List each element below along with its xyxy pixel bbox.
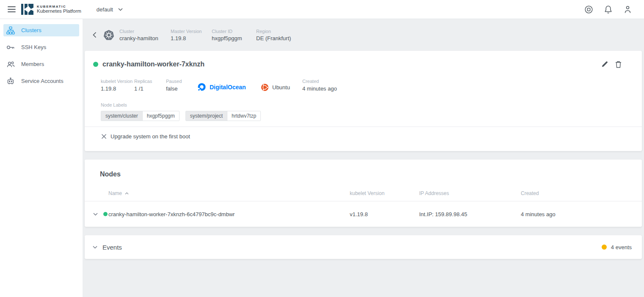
chip-key: system/project <box>186 111 227 121</box>
field-label: kubelet Version <box>101 79 134 84</box>
node-label-chip: system/project hrtdwv7tzp <box>185 111 261 121</box>
chevron-down-icon <box>118 8 123 11</box>
chevron-down-icon <box>93 246 97 249</box>
chevron-down-icon[interactable] <box>93 213 98 216</box>
field-value: DE (Frankfurt) <box>256 35 291 41</box>
os-block: Ubuntu <box>261 83 302 92</box>
paused-field: Paused false <box>166 79 197 92</box>
column-header-kubelet: kubelet Version <box>350 190 419 196</box>
column-header-ip: IP Addresses <box>419 190 521 196</box>
back-button[interactable] <box>93 32 99 38</box>
status-dot-green <box>93 62 98 67</box>
field-label: Master Version <box>171 29 212 34</box>
node-labels-label: Node Labels <box>101 102 127 107</box>
chip-value: hrtdwv7tzp <box>227 111 260 121</box>
kubermatic-logo-icon <box>21 3 34 15</box>
machine-deployment-details: kubelet Version 1.19.8 Replicas 1 /1 Pau… <box>85 79 642 92</box>
topbar: KUBERMATIC Kubernetes Platform default <box>0 0 644 19</box>
delete-button[interactable] <box>615 61 622 68</box>
chip-key: system/cluster <box>101 111 142 121</box>
events-count: 4 events <box>611 244 632 250</box>
events-badge: 4 events <box>602 244 632 250</box>
project-selector[interactable]: default <box>97 6 123 13</box>
upgrade-note-text: Upgrade system on the first boot <box>111 133 190 140</box>
key-icon <box>6 43 15 52</box>
brand-subtitle: Kubernetes Platform <box>37 8 81 14</box>
nodes-table-header: Name kubelet Version IP Addresses Create… <box>85 186 642 201</box>
provider-block: DigitalOcean <box>197 82 261 92</box>
help-button[interactable] <box>584 5 593 14</box>
field-label: Cluster <box>119 29 171 34</box>
replicas-field: Replicas 1 /1 <box>134 79 166 92</box>
cluster-id-field: Cluster ID hxgpf5pggm <box>212 29 256 41</box>
sidebar-item-service-accounts[interactable]: Service Accounts <box>3 75 79 87</box>
members-icon <box>6 60 15 69</box>
events-card: Events 4 events <box>85 235 642 259</box>
robot-icon <box>6 77 15 85</box>
events-header-row[interactable]: Events 4 events <box>85 235 642 259</box>
region-field: Region DE (Frankfurt) <box>256 29 291 41</box>
machine-deployment-name: cranky-hamilton-worker-7xknzh <box>102 60 205 68</box>
node-name: cranky-hamilton-worker-7xknzh-6c4797bc9c… <box>108 211 350 217</box>
user-menu-button[interactable] <box>623 5 632 14</box>
sort-asc-icon <box>125 192 129 195</box>
node-labels-chips: system/cluster hxgpf5pggm system/project… <box>101 111 642 121</box>
delete-icon <box>615 61 622 68</box>
topbar-actions <box>584 5 632 14</box>
notifications-button[interactable] <box>603 5 613 14</box>
cluster-header: Cluster cranky-hamilton Master Version 1… <box>83 19 644 51</box>
field-label: Created <box>302 79 337 84</box>
sidebar-item-ssh-keys[interactable]: SSH Keys <box>3 41 79 53</box>
brand-name: KUBERMATIC <box>37 5 81 8</box>
sidebar-item-members[interactable]: Members <box>3 58 79 70</box>
close-icon <box>101 134 107 139</box>
edit-button[interactable] <box>601 61 608 68</box>
user-icon <box>624 5 632 14</box>
column-header-created: Created <box>521 190 642 196</box>
node-created: 4 minutes ago <box>521 211 642 217</box>
sidebar-item-clusters[interactable]: Clusters <box>3 24 79 36</box>
status-dot-amber <box>602 245 607 250</box>
field-value: hxgpf5pggm <box>212 35 256 41</box>
field-label: Replicas <box>134 79 166 84</box>
field-label: Cluster ID <box>212 29 256 34</box>
node-label-chip: system/cluster hxgpf5pggm <box>101 111 180 121</box>
field-value: 1.19.8 <box>171 35 212 41</box>
node-labels-section: Node Labels system/cluster hxgpf5pggm sy… <box>85 102 642 121</box>
field-value: 4 minutes ago <box>302 85 337 92</box>
field-value: 1.19.8 <box>101 85 134 92</box>
back-icon <box>93 32 99 38</box>
hamburger-icon <box>8 6 16 13</box>
menu-button[interactable] <box>8 6 16 13</box>
main-content: Cluster cranky-hamilton Master Version 1… <box>83 0 644 259</box>
node-row[interactable]: cranky-hamilton-worker-7xknzh-6c4797bc9c… <box>85 201 642 227</box>
machine-deployment-header: cranky-hamilton-worker-7xknzh <box>85 51 642 68</box>
field-value: 1 /1 <box>134 85 166 92</box>
clusters-icon <box>6 26 15 35</box>
kubelet-version-field: kubelet Version 1.19.8 <box>101 79 134 92</box>
nodes-card: Nodes Name kubelet Version IP Addresses … <box>85 160 642 227</box>
machine-deployment-card: cranky-hamilton-worker-7xknzh kubelet Ve… <box>85 51 642 151</box>
kubernetes-icon <box>103 30 114 41</box>
sidebar-item-label: Clusters <box>21 27 41 33</box>
node-ip-addresses: Int.IP: 159.89.98.45 <box>419 211 521 217</box>
sidebar-item-label: Members <box>21 61 44 67</box>
help-icon <box>584 5 593 14</box>
machine-deployment-actions <box>601 61 622 68</box>
node-kubelet-version: v1.19.8 <box>350 211 419 217</box>
events-title: Events <box>102 244 122 251</box>
status-dot-green <box>103 212 108 216</box>
field-label: Paused <box>166 79 197 84</box>
upgrade-note-row: Upgrade system on the first boot <box>85 127 642 151</box>
sidebar: Clusters SSH Keys Members Service Accoun… <box>0 19 83 297</box>
digitalocean-icon <box>197 82 206 91</box>
ubuntu-icon <box>261 83 269 91</box>
os-label: Ubuntu <box>272 84 290 91</box>
column-header-name[interactable]: Name <box>108 190 350 196</box>
field-value: false <box>166 85 197 92</box>
notifications-icon <box>604 5 612 14</box>
project-selector-value: default <box>97 6 113 13</box>
brand-logo[interactable]: KUBERMATIC Kubernetes Platform <box>21 3 81 15</box>
chip-value: hxgpf5pggm <box>142 111 179 121</box>
sidebar-item-label: SSH Keys <box>21 44 46 50</box>
